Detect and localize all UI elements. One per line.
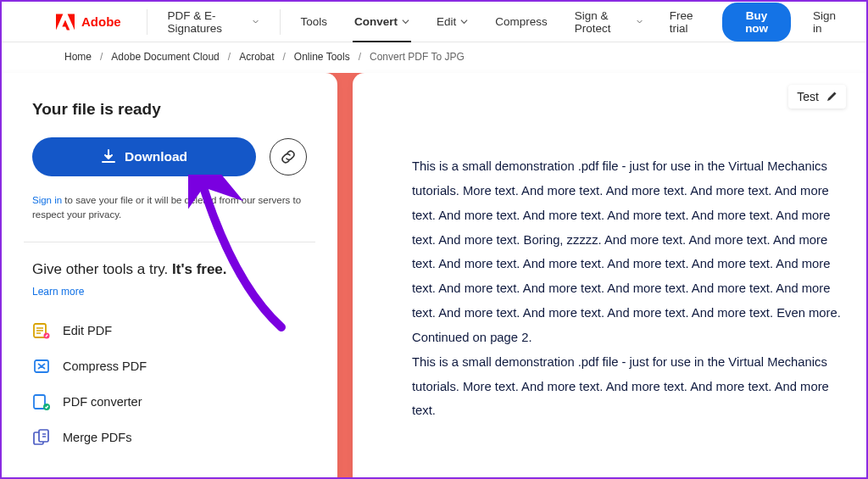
tool-pdf-converter[interactable]: PDF converter xyxy=(32,393,307,411)
nav-free-trial[interactable]: Free trial xyxy=(659,2,715,42)
file-name-badge[interactable]: Test xyxy=(788,85,846,109)
svg-rect-6 xyxy=(39,430,48,442)
tool-edit-pdf[interactable]: Edit PDF xyxy=(32,321,307,340)
preview-panel: Test This is a small demonstration .pdf … xyxy=(353,73,866,477)
nav-divider xyxy=(147,9,147,35)
tool-list: Edit PDF Compress PDF PDF converter Merg… xyxy=(32,321,307,447)
crumb-home[interactable]: Home xyxy=(64,51,92,63)
nav-convert[interactable]: Convert xyxy=(344,2,420,42)
tool-merge-pdfs[interactable]: Merge PDFs xyxy=(32,428,307,447)
privacy-note: Sign in to save your file or it will be … xyxy=(32,193,307,221)
learn-more-link[interactable]: Learn more xyxy=(32,286,84,298)
chevron-down-icon xyxy=(460,18,468,25)
nav-divider xyxy=(280,9,281,35)
buy-now-button[interactable]: Buy now xyxy=(722,3,791,42)
page-title: Your file is ready xyxy=(32,100,307,119)
nav-edit[interactable]: Edit xyxy=(426,2,478,42)
nav-pdf-esign[interactable]: PDF & E-Signatures xyxy=(157,2,269,42)
stage-backdrop: Your file is ready Download Sign in to s… xyxy=(2,73,866,477)
promo-text: Give other tools a try. It's free. xyxy=(32,261,307,278)
tool-compress-pdf[interactable]: Compress PDF xyxy=(32,357,307,376)
signin-link[interactable]: Sign in xyxy=(32,195,62,205)
crumb-doc-cloud[interactable]: Adobe Document Cloud xyxy=(111,51,219,63)
document-preview: This is a small demonstration .pdf file … xyxy=(412,154,843,423)
breadcrumb: Home/ Adobe Document Cloud/ Acrobat/ Onl… xyxy=(2,42,866,71)
nav-sign-protect[interactable]: Sign & Protect xyxy=(565,2,653,42)
adobe-logo-icon xyxy=(56,14,75,31)
crumb-current: Convert PDF To JPG xyxy=(370,51,465,63)
chevron-down-icon xyxy=(253,18,259,25)
chevron-down-icon xyxy=(637,18,643,25)
nav-tools[interactable]: Tools xyxy=(290,2,337,42)
brand-name: Adobe xyxy=(81,14,121,29)
top-nav: Adobe PDF & E-Signatures Tools Convert E… xyxy=(2,2,866,42)
result-panel: Your file is ready Download Sign in to s… xyxy=(2,73,337,477)
crumb-acrobat[interactable]: Acrobat xyxy=(239,51,274,63)
download-icon xyxy=(101,149,116,164)
nav-compress[interactable]: Compress xyxy=(485,2,558,42)
download-button[interactable]: Download xyxy=(32,137,256,176)
chevron-down-icon xyxy=(402,18,409,25)
share-link-button[interactable] xyxy=(270,138,307,175)
merge-pdfs-icon xyxy=(32,428,51,447)
pdf-converter-icon xyxy=(32,393,51,411)
link-icon xyxy=(281,149,296,164)
brand-logo[interactable]: Adobe xyxy=(56,14,121,31)
crumb-online-tools[interactable]: Online Tools xyxy=(294,51,350,63)
compress-pdf-icon xyxy=(32,357,51,376)
divider xyxy=(24,242,315,242)
edit-pdf-icon xyxy=(32,321,51,340)
pencil-icon xyxy=(826,91,837,103)
signin-top-link[interactable]: Sign in xyxy=(804,9,849,35)
